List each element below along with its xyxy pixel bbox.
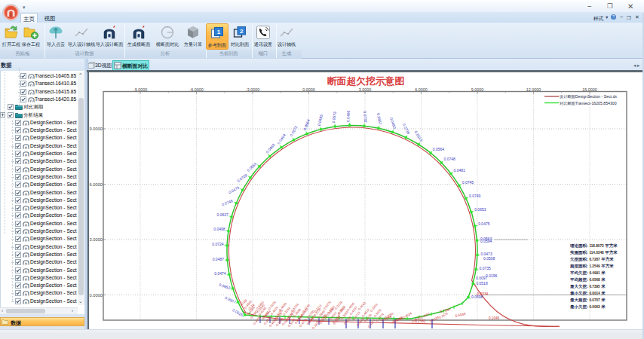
svg-text:对比断面Transect-16205.854300: 对比断面Transect-16205.854300 (559, 101, 617, 105)
svg-text:3.0000: 3.0000 (359, 87, 372, 92)
svg-text:0.0724: 0.0724 (212, 242, 224, 246)
svg-text:0.0498: 0.0498 (213, 227, 225, 231)
svg-text:-6.0000: -6.0000 (189, 87, 203, 92)
svg-text:设计断面DesignSection - Sect.dx: 设计断面DesignSection - Sect.dx (559, 94, 618, 99)
svg-text:0.0653: 0.0653 (474, 207, 486, 212)
svg-text:-0.2581: -0.2581 (414, 319, 426, 323)
svg-text:0.0513: 0.0513 (414, 130, 424, 142)
svg-text:15.0000: 15.0000 (582, 87, 597, 92)
svg-text:9.0000: 9.0000 (471, 87, 484, 92)
svg-text:0.1046: 0.1046 (489, 316, 499, 320)
svg-text:0.0745: 0.0745 (462, 180, 474, 185)
svg-text:0.5946: 0.5946 (455, 312, 466, 318)
svg-text:0.0573: 0.0573 (331, 111, 337, 124)
svg-text:0.0667: 0.0667 (376, 113, 383, 125)
svg-text:0.0615: 0.0615 (232, 307, 244, 317)
svg-text:平均欠挖: 0.4991 米: 平均欠挖: 0.4991 米 (569, 270, 606, 276)
svg-text:0.0739: 0.0739 (402, 123, 411, 136)
svg-text:0.0473: 0.0473 (480, 252, 492, 256)
svg-text:0.0749: 0.0749 (469, 194, 481, 198)
svg-text:3.0000: 3.0000 (90, 237, 103, 242)
svg-text:0.0748: 0.0748 (444, 157, 456, 161)
svg-text:0.0196: 0.0196 (486, 273, 498, 278)
svg-text:0.0000: 0.0000 (302, 87, 315, 92)
svg-text:0.0496: 0.0496 (346, 110, 351, 122)
svg-text:0.0097: 0.0097 (476, 276, 488, 280)
svg-text:0.0735: 0.0735 (480, 266, 492, 270)
svg-text:最小欠挖: 0.0063 米: 最小欠挖: 0.0063 米 (569, 304, 606, 310)
svg-text:12.0000: 12.0000 (526, 87, 541, 92)
svg-text:0.0709: 0.0709 (236, 173, 248, 183)
svg-text:9.0000: 9.0000 (90, 127, 103, 131)
svg-text:0.0485: 0.0485 (317, 114, 324, 127)
svg-text:0.0481: 0.0481 (454, 168, 466, 173)
svg-text:0.0508: 0.0508 (483, 256, 495, 261)
svg-text:理论面积: 118.8073 平方米: 理论面积: 118.8073 平方米 (569, 243, 618, 249)
svg-text:0.0480: 0.0480 (389, 117, 397, 130)
svg-text:0.0527: 0.0527 (224, 295, 237, 304)
svg-text:0.0564: 0.0564 (433, 147, 445, 151)
svg-text:6.0000: 6.0000 (415, 87, 428, 92)
svg-text:平均超挖: 0.0568 米: 平均超挖: 0.0568 米 (569, 277, 606, 282)
svg-text:6.0000: 6.0000 (90, 182, 103, 187)
svg-text:0.0474: 0.0474 (214, 271, 226, 276)
svg-text:0.0518: 0.0518 (476, 281, 488, 286)
svg-text:0.0475: 0.0475 (478, 221, 490, 226)
svg-text:0.0479: 0.0479 (228, 185, 240, 195)
svg-text:最大超挖: 0.0707 米: 最大超挖: 0.0707 米 (569, 298, 606, 303)
svg-text:0.0732: 0.0732 (363, 111, 368, 123)
svg-text:0.0000: 0.0000 (90, 293, 103, 298)
svg-text:-9.0000: -9.0000 (133, 87, 147, 92)
svg-text:0.0652: 0.0652 (219, 282, 232, 290)
svg-text:最小欠挖: 0.0014 米: 最小欠挖: 0.0014 米 (569, 291, 606, 296)
svg-text:超挖面积: 1.2549 平方米: 超挖面积: 1.2549 平方米 (569, 264, 614, 269)
svg-text:欠挖面积: 6.7287 平方米: 欠挖面积: 6.7287 平方米 (569, 257, 614, 262)
svg-text:0.0487: 0.0487 (213, 257, 225, 261)
svg-text:-0.0034: -0.0034 (476, 292, 489, 296)
svg-text:-3.0000: -3.0000 (246, 87, 259, 92)
svg-text:0.0594: 0.0594 (480, 239, 492, 243)
svg-text:最大欠挖: 0.7395 米: 最大欠挖: 0.7395 米 (569, 284, 606, 289)
svg-text:0.0637: 0.0637 (217, 212, 229, 217)
svg-text:0.0494: 0.0494 (276, 133, 287, 145)
svg-text:0.0672: 0.0672 (289, 125, 299, 138)
svg-text:断面超欠挖示意图: 断面超欠挖示意图 (327, 75, 404, 87)
svg-text:0.0748: 0.0748 (221, 198, 234, 206)
svg-text:实测面积: 114.0348 平方米: 实测面积: 114.0348 平方米 (570, 250, 618, 255)
